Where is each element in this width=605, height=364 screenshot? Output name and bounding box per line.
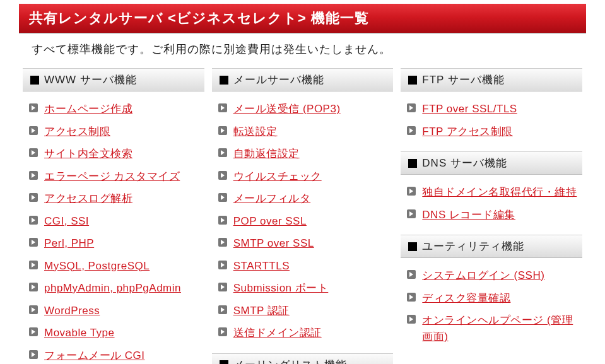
feature-list: ホームページ作成アクセス制限サイト内全文検索エラーページ カスタマイズアクセスロ… [23,98,204,364]
feature-link[interactable]: DNS レコード編集 [422,207,515,223]
feature-link[interactable]: Movable Type [44,325,115,341]
section-title: ユーティリティ機能 [401,235,582,258]
list-item: メールフィルタ [218,187,394,210]
list-item: CGI, SSI [29,210,204,233]
column: FTP サーバ機能FTP over SSL/TLSFTP アクセス制限DNS サ… [401,68,582,364]
list-item: Submission ポート [218,277,394,300]
feature-link[interactable]: phpMyAdmin, phpPgAdmin [44,280,181,296]
feature-link[interactable]: メール送受信 (POP3) [233,101,341,117]
feature-link[interactable]: システムログイン (SSH) [422,267,544,284]
arrow-right-icon [218,261,227,269]
list-item: 独自ドメイン名取得代行・維持 [407,181,582,204]
feature-link[interactable]: エラーページ カスタマイズ [44,168,180,185]
feature-link[interactable]: ウイルスチェック [233,168,322,185]
arrow-right-icon [29,238,38,247]
square-bullet-icon [408,159,417,168]
arrow-right-icon [29,126,38,135]
arrow-right-icon [29,193,38,202]
section-title: WWW サーバ機能 [23,68,204,91]
section-title: FTP サーバ機能 [401,68,582,91]
arrow-right-icon [407,315,416,324]
column: メールサーバ機能メール送受信 (POP3)転送設定自動返信設定ウイルスチェックメ… [212,68,394,364]
feature-list: システムログイン (SSH)ディスク容量確認オンラインヘルプページ (管理画面) [401,264,582,356]
page-title: 共有レンタルサーバ <ビジネスセレクト> 機能一覧 [19,4,586,33]
feature-list: 独自ドメイン名取得代行・維持DNS レコード編集 [401,181,582,235]
list-item: エラーページ カスタマイズ [29,165,204,188]
feature-link[interactable]: SMTP 認証 [233,303,290,319]
list-item: SMTP over SSL [218,232,394,255]
arrow-right-icon [407,187,416,196]
arrow-right-icon [218,193,227,202]
arrow-right-icon [407,103,416,112]
square-bullet-icon [408,242,417,251]
square-bullet-icon [220,76,228,85]
feature-link[interactable]: アクセス制限 [44,124,110,140]
arrow-right-icon [29,103,38,112]
list-item: フォームメール CGI [29,344,204,365]
list-item: phpMyAdmin, phpPgAdmin [29,277,204,300]
section-title-label: メールサーバ機能 [233,73,324,87]
arrow-right-icon [218,305,227,314]
list-item: FTP アクセス制限 [407,120,582,143]
feature-link[interactable]: POP over SSL [233,213,307,230]
list-item: ウイルスチェック [218,165,394,188]
feature-link[interactable]: WordPress [44,303,100,319]
feature-link[interactable]: STARTTLS [233,258,290,274]
feature-link[interactable]: 独自ドメイン名取得代行・維持 [422,184,577,201]
list-item: システムログイン (SSH) [407,264,582,287]
feature-link[interactable]: ディスク容量確認 [422,290,510,307]
feature-list: FTP over SSL/TLSFTP アクセス制限 [401,98,582,151]
feature-link[interactable]: メールフィルタ [233,191,311,207]
arrow-right-icon [29,148,38,157]
square-bullet-icon [30,76,39,85]
feature-link[interactable]: 自動返信設定 [233,146,300,162]
list-item: Movable Type [29,322,204,344]
section-title: メーリングリスト機能 [212,353,394,365]
list-item: 送信ドメイン認証 [218,322,394,344]
feature-link[interactable]: 転送設定 [233,124,278,140]
arrow-right-icon [29,171,38,180]
feature-link[interactable]: FTP アクセス制限 [422,124,513,140]
feature-link[interactable]: MySQL, PostgreSQL [44,258,150,274]
list-item: Perl, PHP [29,232,204,255]
section-title: DNS サーバ機能 [401,151,582,175]
list-item: アクセスログ解析 [29,187,204,210]
arrow-right-icon [29,216,38,225]
list-item: MySQL, PostgreSQL [29,255,204,278]
columns-wrapper: WWW サーバ機能ホームページ作成アクセス制限サイト内全文検索エラーページ カス… [0,68,605,364]
section-title: メールサーバ機能 [212,68,394,91]
square-bullet-icon [220,360,228,364]
arrow-right-icon [218,283,227,291]
arrow-right-icon [218,103,227,112]
list-item: アクセス制限 [29,120,204,143]
feature-link[interactable]: フォームメール CGI [44,348,144,364]
list-item: STARTTLS [218,255,394,278]
feature-link[interactable]: オンラインヘルプページ (管理画面) [422,312,582,344]
feature-link[interactable]: サイト内全文検索 [44,146,132,162]
list-item: オンラインヘルプページ (管理画面) [407,309,582,348]
arrow-right-icon [218,216,227,225]
list-item: POP over SSL [218,210,394,233]
arrow-right-icon [29,261,38,269]
feature-link[interactable]: Submission ポート [233,280,329,296]
feature-link[interactable]: Perl, PHP [44,235,94,252]
feature-link[interactable]: ホームページ作成 [44,101,132,117]
section-title-label: メーリングリスト機能 [233,358,347,365]
feature-link[interactable]: CGI, SSI [44,213,89,230]
section-title-label: DNS サーバ機能 [422,156,507,170]
list-item: ディスク容量確認 [407,287,582,310]
square-bullet-icon [408,76,417,85]
feature-list: メール送受信 (POP3)転送設定自動返信設定ウイルスチェックメールフィルタPO… [212,98,394,353]
feature-link[interactable]: FTP over SSL/TLS [422,101,517,117]
feature-link[interactable]: アクセスログ解析 [44,191,132,207]
arrow-right-icon [407,293,416,302]
arrow-right-icon [29,283,38,291]
feature-link[interactable]: 送信ドメイン認証 [233,325,322,341]
list-item: SMTP 認証 [218,300,394,322]
arrow-right-icon [218,171,227,180]
feature-link[interactable]: SMTP over SSL [233,235,314,252]
section-title-label: FTP サーバ機能 [422,73,505,87]
section-title-label: WWW サーバ機能 [44,73,137,87]
arrow-right-icon [407,209,416,218]
list-item: WordPress [29,300,204,322]
